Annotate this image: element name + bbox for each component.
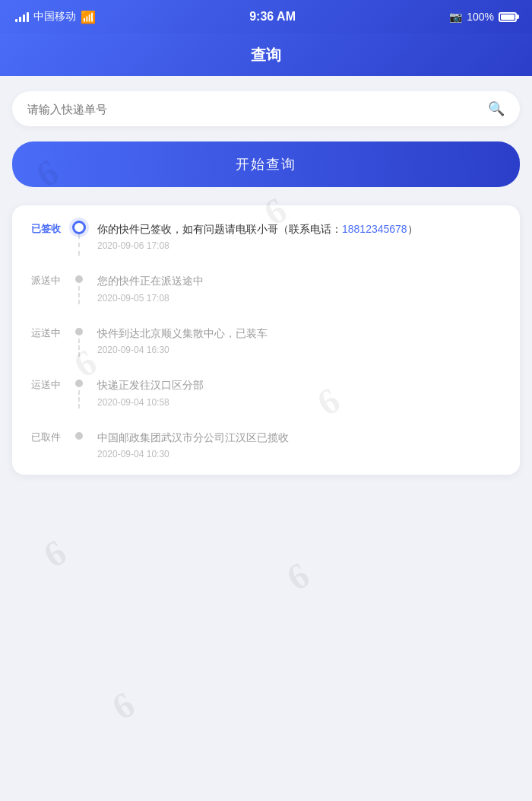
- search-input[interactable]: [27, 103, 488, 116]
- signal-bar-4: [27, 12, 29, 22]
- signal-bar-2: [19, 17, 21, 22]
- tracking-phone-1[interactable]: 18812345678: [342, 223, 407, 235]
- timeline-content-5: 中国邮政集团武汉市分公司江汉区已揽收 2020-09-04 10:30: [91, 429, 508, 459]
- carrier-label: 中国移动: [33, 10, 76, 24]
- status-label-3: 运送中: [24, 325, 67, 340]
- timeline-content-4: 快递正发往汉口区分部 2020-09-04 10:58: [91, 377, 508, 407]
- timeline-item-2: 派送中 您的快件正在派送途中 2020-09-05 17:08: [24, 272, 508, 303]
- status-label-5: 已取件: [24, 429, 67, 444]
- status-label-4: 运送中: [24, 377, 67, 392]
- signal-bars: [15, 11, 29, 22]
- search-icon[interactable]: 🔍: [488, 100, 505, 117]
- timeline-line-2: [78, 286, 80, 304]
- timeline-connector-3: [67, 325, 91, 335]
- status-bar-time: 9:36 AM: [249, 10, 296, 24]
- bluetooth-icon: 📷: [449, 11, 462, 23]
- timeline-dot-4: [75, 380, 83, 387]
- timeline-content-2: 您的快件正在派送途中 2020-09-05 17:08: [91, 272, 508, 303]
- timeline-line-3: [78, 339, 80, 357]
- timeline-dot-3: [75, 328, 83, 335]
- tracking-time-4: 2020-09-04 10:58: [97, 397, 508, 408]
- battery-fill: [501, 14, 515, 20]
- nav-bar: 查询: [0, 33, 532, 76]
- tracking-time-3: 2020-09-04 16:30: [97, 345, 508, 355]
- timeline-item-4: 运送中 快递正发往汉口区分部 2020-09-04 10:58: [24, 377, 508, 407]
- tracking-time-2: 2020-09-05 17:08: [97, 293, 508, 304]
- battery-percent: 100%: [467, 11, 494, 23]
- tracking-time-1: 2020-09-06 17:08: [97, 240, 508, 251]
- tracking-text-5: 中国邮政集团武汉市分公司江汉区已揽收: [97, 429, 508, 446]
- search-container: 🔍: [12, 91, 520, 126]
- tracking-text-2: 您的快件正在派送途中: [97, 272, 508, 289]
- status-bar: 中国移动 📶 9:36 AM 📷 100%: [0, 0, 532, 33]
- timeline-content-1: 你的快件已签收，如有问题请电联小哥（联系电话：18812345678） 2020…: [91, 221, 508, 251]
- status-label-1: 已签收: [24, 221, 67, 236]
- timeline-dot-1: [72, 221, 86, 234]
- main-content: 🔍 开始查询 已签收 你的快件已签收，如有问题请电联小哥（联系电话：188123…: [0, 76, 532, 801]
- timeline-connector-1: [67, 221, 91, 234]
- status-bar-left: 中国移动 📶: [15, 10, 96, 24]
- timeline-dot-2: [75, 275, 83, 283]
- tracking-text-3: 快件到达北京顺义集散中心，已装车: [97, 325, 508, 342]
- tracking-text-1: 你的快件已签收，如有问题请电联小哥（联系电话：18812345678）: [97, 221, 508, 237]
- tracking-time-5: 2020-09-04 10:30: [97, 449, 508, 459]
- tracking-container: 已签收 你的快件已签收，如有问题请电联小哥（联系电话：18812345678） …: [12, 205, 520, 475]
- signal-bar-1: [15, 19, 17, 22]
- timeline-content-3: 快件到达北京顺义集散中心，已装车 2020-09-04 16:30: [91, 325, 508, 355]
- timeline-connector-4: [67, 377, 91, 387]
- timeline-item-3: 运送中 快件到达北京顺义集散中心，已装车 2020-09-04 16:30: [24, 325, 508, 355]
- timeline-item-1: 已签收 你的快件已签收，如有问题请电联小哥（联系电话：18812345678） …: [24, 221, 508, 251]
- wifi-icon: 📶: [81, 10, 96, 24]
- tracking-text-4: 快递正发往汉口区分部: [97, 377, 508, 393]
- timeline: 已签收 你的快件已签收，如有问题请电联小哥（联系电话：18812345678） …: [24, 221, 508, 459]
- timeline-dot-5: [75, 432, 83, 440]
- status-bar-right: 📷 100%: [449, 11, 517, 23]
- timeline-line-1: [78, 234, 80, 256]
- battery-icon: [499, 12, 517, 22]
- nav-title: 查询: [251, 45, 281, 65]
- timeline-item-5: 已取件 中国邮政集团武汉市分公司江汉区已揽收 2020-09-04 10:30: [24, 429, 508, 459]
- status-label-2: 派送中: [24, 272, 67, 288]
- query-button[interactable]: 开始查询: [12, 141, 520, 187]
- timeline-line-4: [78, 390, 80, 408]
- timeline-connector-2: [67, 272, 91, 283]
- signal-bar-3: [23, 14, 25, 22]
- timeline-connector-5: [67, 429, 91, 440]
